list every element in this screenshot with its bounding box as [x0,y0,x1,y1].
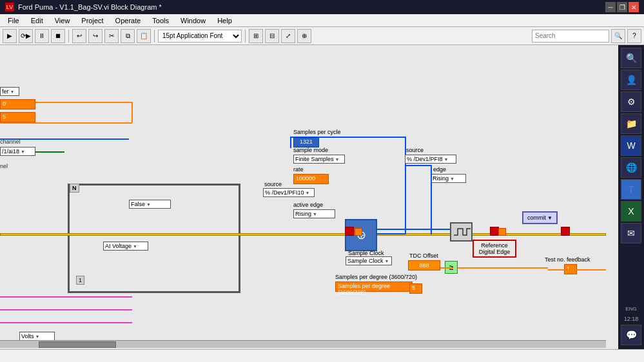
status-bar [0,349,644,362]
sample-mode-label: sample mode [293,147,328,153]
wire-blue-h-mid [374,233,406,234]
loop-iter: 1 [76,276,84,285]
right-taskbar: 🔍 👤 ⚙ 📁 W 🌐 T X ✉ ENG 12:18 💬 [618,45,644,349]
menu-help[interactable]: Help [212,16,237,25]
wire-blue-v1 [290,137,291,148]
wire-orange-v1 [132,102,133,122]
title-bar: LV Ford Puma - V1.1_Bag-SV.vi Block Diag… [0,0,644,14]
toolbar: ▶ ⟳▶ ⏸ ⏹ ↩ ↪ ✂ ⧉ 📋 15pt Application Font… [0,27,644,45]
search-input[interactable] [532,30,609,43]
taskbar-mail[interactable]: ✉ [621,223,641,243]
nel-label: nel [0,163,8,169]
taskbar-search[interactable]: 🔍 [621,48,641,68]
block-ai18[interactable]: /1/ai18▼ [0,147,35,156]
scrollbar-thumb[interactable] [39,341,116,348]
redo-button[interactable]: ↪ [88,29,102,43]
source2-block[interactable]: % /Dev1/PFI8▼ [405,155,456,164]
minimize-button[interactable]: ─ [605,2,616,12]
source2-label: source [406,147,424,153]
cut-button[interactable]: ✂ [104,29,119,43]
align-button[interactable]: ⊞ [249,29,263,43]
rate-value: 100000 [293,174,329,184]
resize-button[interactable]: ⤢ [281,29,295,43]
taskbar-settings[interactable]: ⚙ [621,91,641,112]
taskbar-chrome[interactable]: 🌐 [621,157,641,178]
main-layout: fer▼ 0 5 channel /1/ai18▼ nel N False▼ [0,45,644,349]
volts-block[interactable]: Volts▼ [19,332,55,341]
menu-edit[interactable]: Edit [26,16,48,25]
false-block[interactable]: False▼ [129,200,171,209]
source1-block[interactable]: % /Dev1/PFI10▼ [263,188,315,197]
taskbar-chat[interactable]: 💬 [621,325,641,345]
font-selector[interactable]: 15pt Application Font [158,30,242,43]
active-edge-block[interactable]: Rising▼ [293,209,335,218]
spd-value: 5 [409,283,422,294]
title-controls[interactable]: ─ ❐ ✕ [605,2,639,12]
ai-voltage-block[interactable]: AI Voltage▼ [103,242,148,251]
sample-clock-block[interactable]: Sample Clock▼ [346,256,392,265]
copy-button[interactable]: ⧉ [121,29,135,43]
taskbar-teams[interactable]: T [621,179,641,200]
taskbar-excel[interactable]: X [621,201,641,222]
menu-window[interactable]: Window [175,16,211,25]
sample-clock-label: Sample Clock [348,250,384,256]
wire-blue-edge-h [405,165,431,166]
abort-button[interactable]: ⏹ [51,29,65,43]
taskbar-folder[interactable]: 📁 [621,113,641,134]
separator-3 [245,30,246,43]
run-continuous-button[interactable]: ⟳▶ [19,29,33,43]
block-value-top: 0 [0,99,35,110]
run-button[interactable]: ▶ [3,29,17,43]
search-button[interactable]: 🔍 [611,29,625,43]
red-block-1 [345,227,354,236]
wire-pink-h1 [0,296,132,298]
tdc-block: 888 [408,260,440,271]
menu-project[interactable]: Project [76,16,108,25]
reorder-button[interactable]: ⊕ [297,29,311,43]
separator-1 [68,30,69,43]
commit-button[interactable]: commit▼ [522,211,558,224]
spd-label: Samples per degree (3600/720) [335,274,417,280]
red-block-2 [490,227,499,236]
edge-label: edge [433,166,446,173]
paste-button[interactable]: 📋 [137,29,151,43]
source1-label: source [264,181,282,187]
menu-view[interactable]: View [50,16,75,25]
block-fer[interactable]: fer▼ [0,87,19,96]
menu-bar: File Edit View Project Operate Tools Win… [0,14,644,27]
active-edge-label: active edge [293,202,323,208]
wire-pink-h2 [0,309,132,310]
block-value-5: 5 [0,112,35,122]
close-button[interactable]: ✕ [629,2,639,12]
tdc-label: TDC Offset [409,252,438,259]
undo-button[interactable]: ↩ [72,29,86,43]
wire-test-no [548,269,606,271]
menu-tools[interactable]: Tools [147,16,174,25]
distribute-button[interactable]: ⊟ [265,29,279,43]
horizontal-scrollbar[interactable] [0,340,606,348]
orange-block-1 [355,228,362,236]
taskbar-word[interactable]: W [621,135,641,156]
canvas-area[interactable]: fer▼ 0 5 channel /1/ai18▼ nel N False▼ [0,45,618,349]
help-button[interactable]: ? [627,29,641,43]
samples-per-cycle-value: 1321 [293,137,319,148]
pause-button[interactable]: ⏸ [35,29,49,43]
rate-label: rate [293,166,304,173]
wire-pink-h3 [0,322,132,323]
red-block-3 [561,227,570,236]
restore-button[interactable]: ❐ [617,2,627,12]
menu-operate[interactable]: Operate [110,16,146,25]
wire-orange-mid [0,122,132,124]
wire-tdc-out [440,267,453,269]
menu-file[interactable]: File [3,16,24,25]
wire-tdc-out2 [458,267,548,269]
edge-block[interactable]: Rising▼ [431,174,466,183]
taskbar-lang: ENG [624,305,638,313]
n-block: N [70,184,79,193]
sample-mode-block[interactable]: Finite Samples▼ [293,155,345,164]
orange-block-2 [498,228,506,236]
wire-yellow-main [0,233,606,236]
taskbar-user[interactable]: 👤 [621,70,641,90]
wire-daq-out [377,229,451,230]
spd-block: Samples per degree (3600/720) [335,281,413,292]
